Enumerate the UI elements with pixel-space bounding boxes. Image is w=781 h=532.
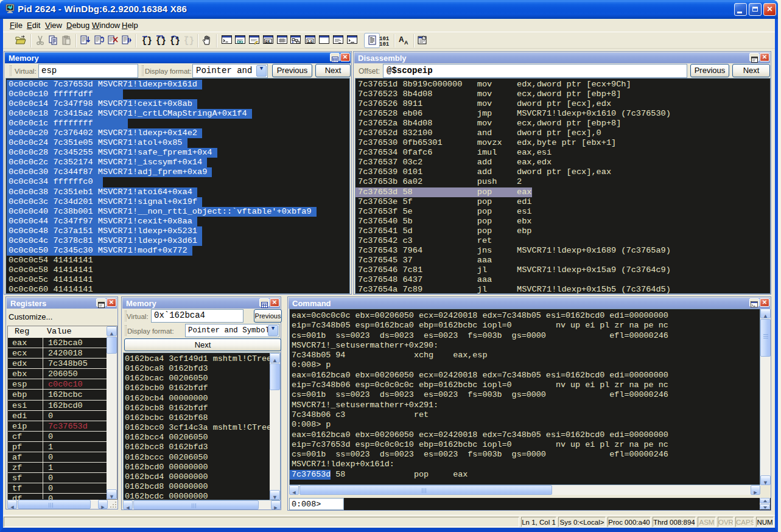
svg-text:{}: {}	[156, 36, 166, 45]
svg-text:ox: ox	[265, 40, 270, 44]
svg-text:A: A	[404, 40, 408, 45]
svg-text:{}: {}	[142, 36, 152, 45]
svg-text:101: 101	[379, 41, 390, 46]
svg-text:{}: {}	[184, 36, 194, 45]
svg-text:1.0: 1.0	[307, 40, 313, 43]
svg-text:A: A	[399, 35, 404, 44]
